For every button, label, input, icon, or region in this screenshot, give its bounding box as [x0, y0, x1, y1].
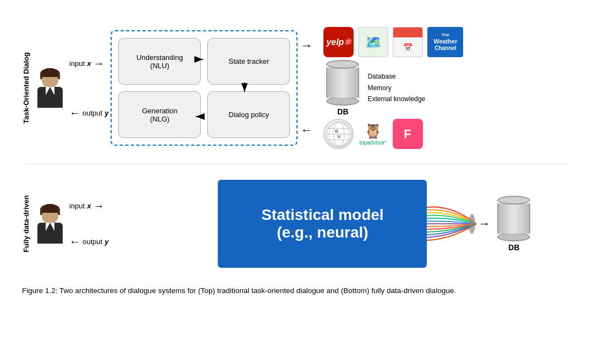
section-divider — [25, 164, 569, 164]
arrow-to-db-bottom: → — [478, 217, 490, 231]
statistical-model-box: Statistical model (e.g., neural) — [218, 180, 427, 268]
nlg-module: Generation(NLG) — [118, 91, 201, 138]
svg-text:W: W — [337, 135, 341, 139]
db-info-text: Database Memory External knowledge — [367, 71, 425, 104]
right-area: yelp ✱ 🗺️ 📅 The Weather Channel — [323, 27, 572, 149]
db-cylinder-top: DB — [323, 60, 362, 116]
main-container: Task-Oriented Dialog input x → — [0, 0, 594, 364]
nlu-module: Understanding(NLU) — [118, 38, 201, 85]
top-section-label: Task-Oriented Dialog — [22, 52, 30, 124]
arrow-to-db-top: → — [300, 38, 312, 53]
bottom-section: Fully data-driven input x → ← — [11, 169, 583, 279]
bottom-icons-row: Ω W 🦉 tripadvisor° F — [323, 119, 572, 149]
output-label-bottom: ← output y — [69, 235, 108, 248]
services-row: yelp ✱ 🗺️ 📅 The Weather Channel — [323, 27, 572, 57]
figure-caption: Figure 1.2: Two architectures of dialogu… — [11, 285, 583, 296]
modules-grid: Understanding(NLU) State tracker Generat… — [111, 30, 298, 146]
middle-row: DB Database Memory External knowledge — [323, 60, 572, 116]
svg-text:Ω: Ω — [335, 129, 338, 133]
input-label-bottom: input x → — [69, 200, 108, 212]
yelp-icon: yelp ✱ — [323, 27, 354, 57]
avatar-bottom — [37, 204, 63, 244]
input-label-top: input x → — [69, 57, 108, 70]
top-section: Task-Oriented Dialog input x → — [11, 11, 583, 159]
db-cylinder-bottom: DB — [494, 196, 533, 252]
wikipedia-icon: Ω W — [323, 119, 354, 149]
avatar-top — [37, 68, 63, 108]
weather-channel-icon: The Weather Channel — [427, 27, 463, 57]
state-tracker-module: State tracker — [207, 38, 290, 85]
svg-point-12 — [469, 214, 475, 234]
dialog-policy-module: Dialog policy — [207, 91, 290, 138]
output-label-top: ← output y — [69, 107, 108, 119]
neural-cables-icon — [427, 202, 476, 246]
calendar-icon: 📅 — [393, 27, 423, 57]
arrow-from-db-bottom: ← — [300, 123, 312, 137]
map-icon: 🗺️ — [358, 27, 388, 57]
tripadvisor-icon: 🦉 tripadvisor° — [359, 123, 387, 146]
bottom-section-label: Fully data-driven — [22, 195, 30, 252]
foursquare-icon: F — [393, 119, 423, 149]
